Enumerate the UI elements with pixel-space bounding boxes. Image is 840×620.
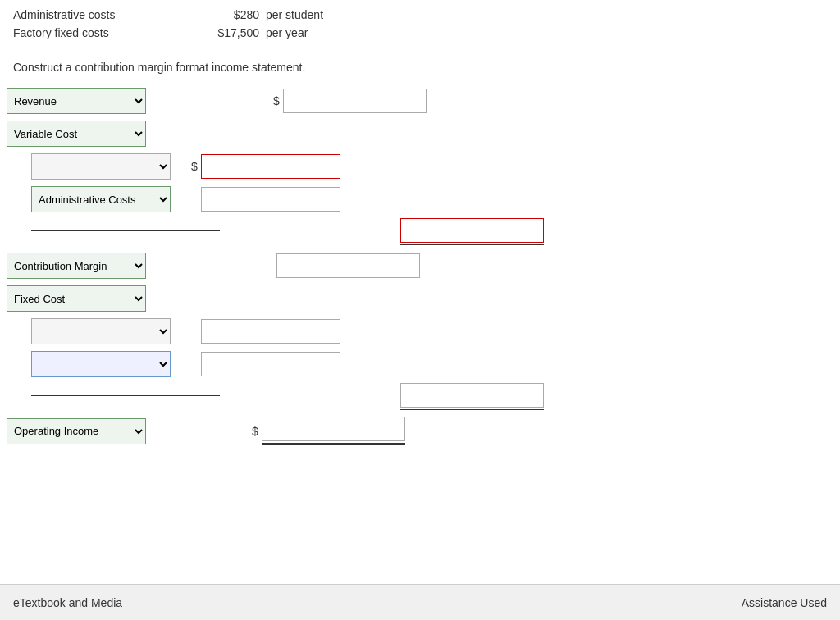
variable-sub-row1: $ <box>31 153 840 180</box>
top-costs-section: Administrative costs $280 per student Fa… <box>0 0 840 39</box>
fixed-sub-select-2[interactable] <box>31 351 171 377</box>
contribution-margin-input[interactable] <box>276 253 420 278</box>
instruction-text: Construct a contribution margin format i… <box>0 44 840 87</box>
etextbook-label: eTextbook and Media <box>13 596 122 609</box>
admin-costs-select-col: Administrative Costs <box>31 186 175 212</box>
fixed-sub-select-col1 <box>31 318 175 344</box>
fixed-cost-sub-row2: $ <box>31 350 840 378</box>
contribution-margin-select-col: Contribution Margin <box>7 253 150 279</box>
admin-cost-unit: per student <box>266 8 323 21</box>
revenue-select-col: Revenue <box>7 88 150 114</box>
operating-income-input[interactable] <box>262 417 405 441</box>
fixed-cost-sub-row1: $ <box>31 317 840 345</box>
operating-income-row: Operating Income $ <box>7 417 840 445</box>
income-statement-form: Revenue $ Variable Cost $ Administrative… <box>7 87 840 445</box>
contribution-margin-row: Contribution Margin <box>7 252 840 280</box>
admin-cost-label: Administrative costs <box>13 8 177 21</box>
fixed-cost-select-col: Fixed Cost <box>7 285 150 312</box>
revenue-select[interactable]: Revenue <box>7 88 146 114</box>
revenue-dollar: $ <box>273 94 280 107</box>
admin-cost-row: Administrative costs $280 per student <box>13 8 827 21</box>
variable-sub-input1[interactable] <box>201 154 340 179</box>
bottom-bar: eTextbook and Media Assistance Used <box>0 584 840 620</box>
variable-cost-select[interactable]: Variable Cost <box>7 121 146 147</box>
fixed-cost-select[interactable]: Fixed Cost <box>7 285 146 312</box>
assistance-used-label: Assistance Used <box>742 596 827 609</box>
variable-sub-select-1[interactable] <box>31 153 171 180</box>
subtotal-input1[interactable] <box>400 218 544 243</box>
fixed-sub-select-col2 <box>31 351 175 377</box>
subtotal-input2[interactable] <box>400 383 544 408</box>
factory-cost-row: Factory fixed costs $17,500 per year <box>13 26 827 39</box>
admin-cost-value: $280 <box>177 8 259 21</box>
fixed-cost-row: Fixed Cost <box>7 285 840 312</box>
operating-income-select-col: Operating Income <box>7 418 150 444</box>
admin-costs-select[interactable]: Administrative Costs <box>31 186 171 212</box>
revenue-input[interactable] <box>283 89 427 113</box>
operating-income-select[interactable]: Operating Income <box>7 418 146 444</box>
factory-cost-unit: per year <box>266 26 308 39</box>
operating-income-dollar: $ <box>252 425 258 438</box>
fixed-sub-input2[interactable] <box>201 352 340 376</box>
factory-cost-value: $17,500 <box>177 26 259 39</box>
factory-cost-label: Factory fixed costs <box>13 26 177 39</box>
fixed-sub-input1[interactable] <box>201 319 340 344</box>
var-sub1-dollar: $ <box>191 160 198 173</box>
variable-cost-select-col: Variable Cost <box>7 121 150 147</box>
variable-sub-select1 <box>31 153 175 180</box>
admin-costs-input[interactable] <box>201 187 340 212</box>
admin-costs-row: Administrative Costs $ <box>31 185 840 213</box>
fixed-sub-select-1[interactable] <box>31 318 171 344</box>
contribution-margin-select[interactable]: Contribution Margin <box>7 253 146 279</box>
revenue-row: Revenue $ <box>7 87 840 115</box>
variable-cost-row: Variable Cost <box>7 120 840 148</box>
